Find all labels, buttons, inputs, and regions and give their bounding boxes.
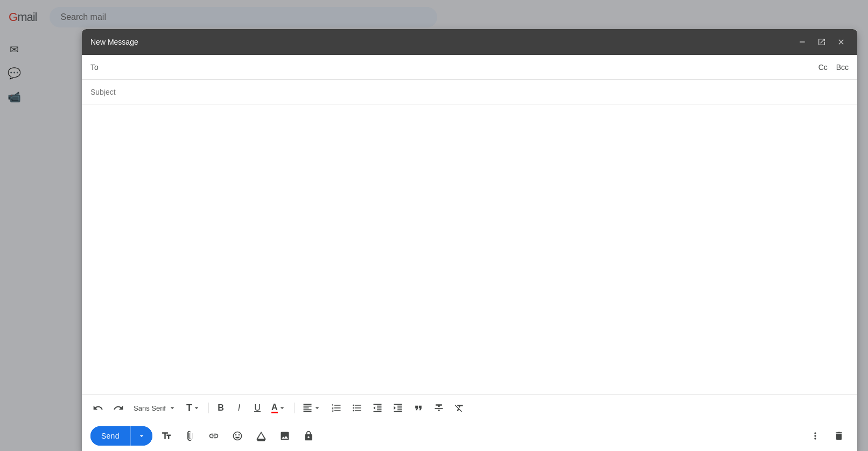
attach-icon — [185, 431, 195, 441]
insert-emoji-button[interactable] — [228, 426, 247, 446]
text-color-dropdown-icon — [278, 404, 286, 412]
remove-formatting-icon — [454, 403, 465, 413]
font-name-label: Sans Serif — [134, 404, 166, 412]
font-size-button[interactable]: T — [182, 399, 205, 417]
strikethrough-icon — [433, 403, 444, 413]
bulleted-list-button[interactable] — [347, 399, 367, 417]
separator-1 — [208, 403, 209, 413]
compose-actions: Send — [82, 421, 857, 451]
bold-button[interactable]: B — [212, 399, 229, 417]
italic-button[interactable]: I — [230, 399, 248, 417]
indent-more-button[interactable] — [388, 399, 408, 417]
close-icon — [837, 38, 845, 46]
text-color-icon: A — [271, 403, 278, 414]
compose-titlebar-actions — [795, 34, 849, 50]
subject-input[interactable] — [90, 88, 849, 96]
text-formatting-icon — [161, 431, 172, 441]
discard-icon — [834, 431, 844, 441]
text-color-button[interactable]: A — [267, 399, 291, 417]
insert-drive-icon — [256, 431, 267, 441]
minimize-button[interactable] — [795, 34, 810, 50]
insert-emoji-icon — [232, 431, 243, 441]
undo-icon — [93, 403, 103, 413]
more-options-icon — [810, 431, 821, 441]
font-size-dropdown-icon — [192, 404, 201, 412]
bcc-button[interactable]: Bcc — [836, 63, 849, 72]
minimize-icon — [798, 38, 807, 46]
insert-photo-icon — [279, 431, 290, 441]
popout-icon — [817, 38, 826, 46]
text-formatting-button[interactable] — [157, 426, 176, 446]
insert-link-icon — [208, 431, 219, 441]
insert-drive-button[interactable] — [251, 426, 271, 446]
align-button[interactable] — [298, 399, 326, 417]
cc-bcc-group: Cc Bcc — [818, 63, 849, 72]
send-button[interactable]: Send — [90, 426, 130, 446]
align-dropdown-icon — [313, 404, 321, 412]
formatting-toolbar: Sans Serif T B I U A — [82, 394, 857, 421]
indent-less-icon — [372, 403, 383, 413]
send-button-group: Send — [90, 426, 152, 446]
send-dropdown-icon — [137, 432, 146, 440]
compose-body[interactable] — [82, 104, 857, 394]
underline-button[interactable]: U — [249, 399, 266, 417]
strikethrough-button[interactable] — [429, 399, 449, 417]
numbered-list-button[interactable] — [327, 399, 346, 417]
to-input[interactable] — [112, 63, 818, 72]
discard-button[interactable] — [829, 426, 849, 446]
numbered-list-icon — [331, 403, 342, 413]
to-label: To — [90, 63, 112, 72]
send-dropdown-button[interactable] — [130, 426, 152, 446]
compose-to-row: To Cc Bcc — [82, 55, 857, 80]
separator-2 — [294, 403, 295, 413]
font-dropdown-icon — [168, 404, 177, 412]
compose-titlebar: New Message — [82, 29, 857, 55]
confidential-icon — [303, 431, 314, 441]
cc-button[interactable]: Cc — [818, 63, 828, 72]
align-icon — [302, 403, 313, 413]
more-options-button[interactable] — [806, 426, 825, 446]
underline-icon: U — [254, 403, 261, 413]
confidential-button[interactable] — [299, 426, 318, 446]
attach-button[interactable] — [180, 426, 200, 446]
compose-subject-row — [82, 80, 857, 104]
italic-icon: I — [238, 403, 240, 413]
redo-button[interactable] — [109, 399, 128, 417]
bulleted-list-icon — [352, 403, 362, 413]
popout-button[interactable] — [814, 34, 829, 50]
close-button[interactable] — [834, 34, 849, 50]
compose-window: New Message To — [82, 29, 857, 451]
bold-icon: B — [218, 403, 224, 413]
font-selector[interactable]: Sans Serif — [129, 399, 181, 417]
quote-icon — [413, 403, 424, 413]
remove-formatting-button[interactable] — [450, 399, 469, 417]
undo-button[interactable] — [88, 399, 108, 417]
insert-link-button[interactable] — [204, 426, 223, 446]
indent-more-icon — [393, 403, 403, 413]
indent-less-button[interactable] — [368, 399, 387, 417]
quote-button[interactable] — [409, 399, 428, 417]
compose-title: New Message — [90, 38, 138, 46]
redo-icon — [113, 403, 124, 413]
insert-photo-button[interactable] — [275, 426, 295, 446]
